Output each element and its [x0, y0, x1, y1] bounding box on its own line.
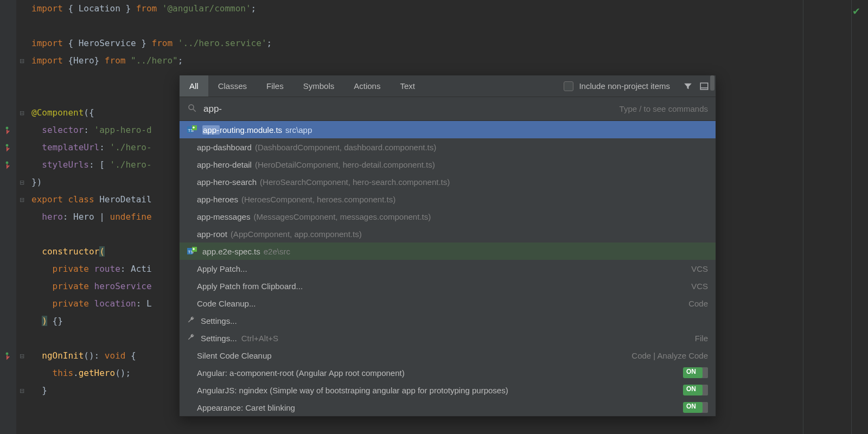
wrench-icon	[187, 316, 195, 326]
result-label: app-routing.module.ts	[202, 125, 282, 135]
search-icon	[187, 103, 197, 114]
result-group: VCS	[691, 264, 708, 273]
ts-file-icon: TS	[187, 125, 197, 134]
result-context: src\app	[285, 125, 312, 135]
svg-rect-4	[700, 83, 708, 90]
result-context: (DashboardComponent, dashboard.component…	[255, 143, 436, 152]
result-label: app-root	[197, 229, 227, 239]
search-tab-classes[interactable]: Classes	[208, 75, 257, 97]
fold-toggle[interactable]: ⊟	[18, 110, 25, 116]
result-context: (AppComponent, app.component.ts)	[231, 229, 362, 239]
fold-toggle[interactable]	[18, 318, 25, 324]
result-context: e2e\src	[264, 247, 290, 256]
fold-toggle[interactable]	[18, 248, 25, 255]
search-result-row[interactable]: AngularJS: ngindex (Simple way of bootst…	[180, 381, 716, 399]
code-line[interactable]: import {Hero} from "../hero";	[31, 52, 868, 69]
result-label: app-messages	[197, 212, 250, 221]
result-label: app-hero-search	[197, 177, 257, 187]
svg-point-3	[6, 353, 9, 355]
result-group: Code | Analyze Code	[631, 351, 708, 360]
search-hint: Type / to see commands	[620, 104, 708, 113]
result-label: Apply Patch...	[197, 264, 247, 273]
search-result-row[interactable]: app-hero-detail (HeroDetailComponent, he…	[180, 156, 716, 173]
include-nonproject-checkbox[interactable]	[564, 81, 573, 91]
search-tab-actions[interactable]: Actions	[344, 75, 390, 97]
result-context: (HeroesComponent, heroes.component.ts)	[241, 195, 395, 204]
search-result-row[interactable]: Code Cleanup...Code	[180, 295, 716, 312]
wrench-icon	[187, 333, 195, 343]
result-label: app-dashboard	[197, 143, 252, 152]
search-input[interactable]	[203, 104, 620, 114]
search-result-row[interactable]: app-messages (MessagesComponent, message…	[180, 208, 716, 225]
gutter-implements-icon[interactable]	[2, 126, 12, 136]
search-tab-files[interactable]: Files	[257, 75, 293, 97]
fold-toggle[interactable]: ⊟	[18, 179, 25, 186]
search-result-row[interactable]: TSapp.e2e-spec.ts e2e\src	[180, 242, 716, 260]
search-result-row[interactable]: app-hero-search (HeroSearchComponent, he…	[180, 173, 716, 190]
search-result-row[interactable]: app-dashboard (DashboardComponent, dashb…	[180, 138, 716, 156]
result-label: Settings...	[201, 316, 237, 326]
result-group: VCS	[691, 282, 708, 291]
code-line[interactable]: import { HeroService } from '../hero.ser…	[31, 35, 868, 52]
search-result-row[interactable]: Appearance: Caret blinking	[180, 399, 716, 416]
result-context: (MessagesComponent, messages.component.t…	[253, 212, 431, 221]
ts-file-icon: TS	[187, 247, 197, 256]
result-shortcut: Ctrl+Alt+S	[241, 334, 278, 343]
search-tab-text[interactable]: Text	[390, 75, 425, 97]
result-context: (HeroDetailComponent, hero-detail.compon…	[255, 160, 435, 169]
right-gutter: ✔	[803, 0, 868, 434]
gutter-implements-icon[interactable]	[2, 143, 12, 153]
search-result-row[interactable]: app-heroes (HeroesComponent, heroes.comp…	[180, 190, 716, 208]
result-label: Settings...	[201, 334, 237, 343]
include-nonproject-label: Include non-project items	[579, 81, 670, 91]
svg-point-2	[6, 162, 9, 164]
result-group: File	[695, 334, 708, 343]
fold-toggle[interactable]: ⊟	[18, 353, 25, 359]
result-label: app.e2e-spec.ts	[202, 247, 260, 256]
result-label: app-heroes	[197, 195, 238, 204]
result-label: Code Cleanup...	[197, 299, 256, 308]
search-result-row[interactable]: Settings...	[180, 312, 716, 329]
search-tab-all[interactable]: All	[180, 75, 208, 97]
search-result-row[interactable]: Angular: a-component-root (Angular App r…	[180, 364, 716, 381]
filter-icon[interactable]	[682, 80, 694, 92]
search-result-row[interactable]: Settings...Ctrl+Alt+SFile	[180, 329, 716, 347]
fold-column: ⊟⊟⊟⊟⊟⊟	[16, 0, 28, 434]
search-everywhere-popup: AllClassesFilesSymbolsActionsText Includ…	[179, 75, 716, 417]
code-line[interactable]	[31, 17, 868, 35]
setting-toggle[interactable]	[683, 402, 708, 413]
search-result-row[interactable]: TSapp-routing.module.ts src\app	[180, 121, 716, 138]
search-tab-symbols[interactable]: Symbols	[293, 75, 344, 97]
svg-point-0	[6, 127, 9, 130]
result-label: Angular: a-component-root (Angular App r…	[197, 368, 405, 378]
code-line[interactable]: import { Location } from '@angular/commo…	[31, 0, 868, 17]
setting-toggle[interactable]	[683, 385, 708, 395]
search-result-row[interactable]: app-root (AppComponent, app.component.ts…	[180, 225, 716, 242]
search-result-row[interactable]: Apply Patch from Clipboard...VCS	[180, 277, 716, 295]
result-group: Code	[688, 299, 708, 308]
fold-toggle[interactable]: ⊟	[18, 58, 25, 64]
result-label: AngularJS: ngindex (Simple way of bootst…	[197, 386, 508, 395]
svg-point-1	[6, 144, 9, 147]
result-label: app-hero-detail	[197, 160, 252, 169]
result-label: Appearance: Caret blinking	[197, 403, 295, 412]
search-result-row[interactable]: Silent Code CleanupCode | Analyze Code	[180, 347, 716, 364]
gutter-implements-icon[interactable]	[2, 161, 12, 170]
search-result-row[interactable]: Apply Patch...VCS	[180, 260, 716, 277]
result-label: Silent Code Cleanup	[197, 351, 272, 360]
right-gutter-divider	[851, 0, 852, 434]
inspection-ok-icon[interactable]: ✔	[852, 5, 860, 17]
svg-point-6	[189, 105, 194, 110]
search-bar: Type / to see commands	[180, 97, 716, 121]
fold-toggle[interactable]: ⊟	[18, 387, 25, 394]
editor-gutter	[0, 0, 16, 434]
fold-toggle[interactable]: ⊟	[18, 196, 25, 203]
result-context: (HeroSearchComponent, hero-search.compon…	[260, 177, 450, 187]
result-label: Apply Patch from Clipboard...	[197, 282, 303, 291]
search-results: TSapp-routing.module.ts src\appapp-dashb…	[180, 121, 716, 416]
open-in-tool-window-icon[interactable]	[698, 80, 710, 92]
setting-toggle[interactable]	[683, 367, 708, 378]
search-tabs: AllClassesFilesSymbolsActionsText Includ…	[180, 75, 716, 97]
svg-line-7	[193, 109, 196, 112]
gutter-implements-icon[interactable]	[2, 352, 12, 361]
